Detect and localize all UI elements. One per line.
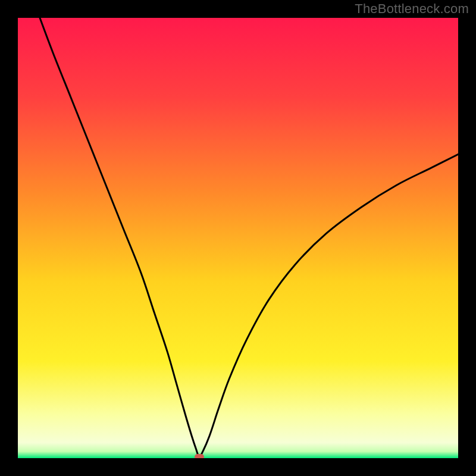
bottleneck-curve	[18, 18, 458, 458]
optimal-point-marker	[195, 454, 204, 458]
chart-container: TheBottleneck.com	[0, 0, 476, 476]
plot-frame	[18, 18, 458, 458]
attribution-watermark: TheBottleneck.com	[355, 1, 469, 17]
plot-area	[18, 18, 458, 458]
